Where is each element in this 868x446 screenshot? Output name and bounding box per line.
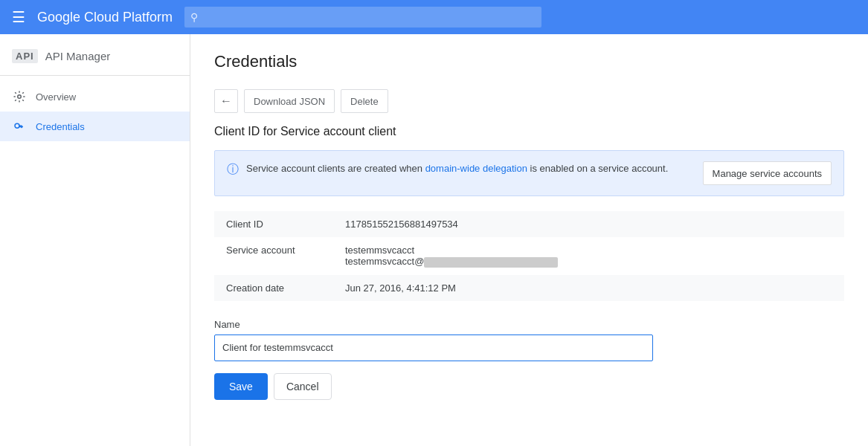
- overview-icon: [12, 89, 27, 104]
- delete-button[interactable]: Delete: [341, 89, 388, 113]
- client-id-value: 117851552156881497534: [333, 211, 844, 237]
- sidebar-item-overview-label: Overview: [36, 91, 76, 103]
- blurred-email: [424, 257, 558, 268]
- sidebar-app-title: API Manager: [45, 50, 111, 62]
- domain-delegation-link[interactable]: domain-wide delegation: [425, 163, 527, 174]
- name-input[interactable]: [214, 334, 653, 361]
- layout: API API Manager Overview Credentials Cre…: [0, 34, 868, 446]
- back-button[interactable]: ←: [214, 89, 238, 113]
- info-text: Service account clients are created when…: [246, 161, 668, 176]
- search-input[interactable]: [184, 7, 541, 28]
- svg-point-1: [15, 123, 19, 128]
- cancel-button[interactable]: Cancel: [274, 373, 332, 400]
- topbar-title: Google Cloud Platform: [37, 10, 173, 25]
- info-icon: ⓘ: [227, 162, 239, 178]
- sidebar-item-credentials-label: Credentials: [36, 121, 85, 132]
- table-row: Creation date Jun 27, 2016, 4:41:12 PM: [214, 275, 844, 301]
- credentials-icon: [12, 119, 27, 134]
- client-id-label: Client ID: [214, 211, 333, 237]
- table-row: Service account testemmsvcacct testemmsv…: [214, 237, 844, 275]
- creation-date-value: Jun 27, 2016, 4:41:12 PM: [333, 275, 844, 301]
- api-badge: API: [12, 49, 38, 63]
- table-row: Client ID 117851552156881497534: [214, 211, 844, 237]
- service-account-label: Service account: [214, 237, 333, 275]
- name-field-label: Name: [214, 319, 844, 330]
- sidebar: API API Manager Overview Credentials: [0, 34, 190, 446]
- details-table: Client ID 117851552156881497534 Service …: [214, 211, 844, 301]
- toolbar: ← Download JSON Delete: [214, 89, 844, 113]
- info-box-content: ⓘ Service account clients are created wh…: [227, 161, 691, 178]
- service-account-value: testemmsvcacct testemmsvcacct@: [333, 237, 844, 275]
- sidebar-item-credentials[interactable]: Credentials: [0, 112, 190, 141]
- info-box: ⓘ Service account clients are created wh…: [214, 150, 844, 196]
- action-buttons: Save Cancel: [214, 373, 844, 400]
- menu-icon[interactable]: ☰: [12, 8, 25, 26]
- download-json-button[interactable]: Download JSON: [244, 89, 335, 113]
- sidebar-item-overview[interactable]: Overview: [0, 82, 190, 112]
- client-id-title: Client ID for Service account client: [214, 125, 844, 138]
- search-wrapper: ⚲: [184, 7, 541, 28]
- page-title: Credentials: [214, 52, 844, 71]
- sidebar-header: API API Manager: [0, 40, 190, 76]
- main-content: Credentials ← Download JSON Delete Clien…: [190, 34, 868, 446]
- creation-date-label: Creation date: [214, 275, 333, 301]
- save-button[interactable]: Save: [214, 373, 268, 400]
- topbar: ☰ Google Cloud Platform ⚲: [0, 0, 868, 34]
- manage-service-accounts-button[interactable]: Manage service accounts: [703, 161, 832, 185]
- svg-point-0: [18, 95, 22, 99]
